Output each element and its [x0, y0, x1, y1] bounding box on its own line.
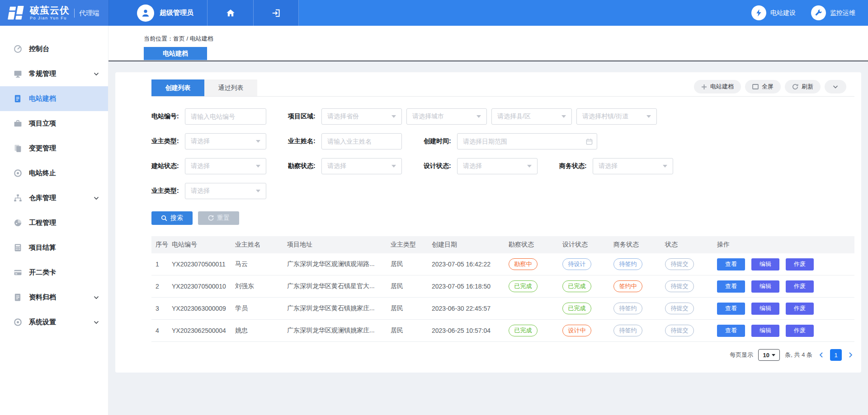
town-select[interactable]: 请选择村镇/街道	[576, 108, 657, 125]
date-range-input[interactable]	[457, 133, 597, 149]
caret-down-icon	[392, 165, 396, 168]
page-1-button[interactable]: 1	[830, 349, 842, 361]
city-select[interactable]: 请选择城市	[406, 108, 487, 125]
sidebar-item-warehouse-mgmt[interactable]: 仓库管理	[0, 186, 108, 210]
sidebar-item-type2-card[interactable]: 开二类卡	[0, 260, 108, 285]
quick-link-monitor-ops[interactable]: 监控运维	[811, 5, 855, 20]
edit-button[interactable]: 编辑	[751, 303, 779, 315]
logout-button[interactable]	[254, 0, 299, 26]
edit-button[interactable]: 编辑	[751, 325, 779, 337]
user-segment[interactable]: 超级管理员	[108, 0, 208, 26]
dashboard-icon	[14, 45, 22, 53]
sidebar: 控制台 常规管理 电站建档 项目立项 变更管理	[0, 26, 108, 415]
fullscreen-icon	[752, 84, 759, 89]
quick-link-label: 电站建设	[770, 9, 796, 17]
wrench-icon	[811, 5, 826, 20]
business-status-select[interactable]: 请选择	[593, 158, 673, 174]
design-status-badge: 设计中	[562, 325, 591, 336]
province-placeholder: 请选择省份	[327, 112, 359, 121]
view-button[interactable]: 查看	[717, 280, 745, 293]
tab-passed-list[interactable]: 通过列表	[204, 79, 257, 96]
design-status-select[interactable]: 请选择	[457, 158, 538, 174]
business-status-placeholder: 请选择	[599, 162, 618, 170]
tab-create-list[interactable]: 创建列表	[151, 79, 204, 96]
prev-page-button[interactable]	[817, 352, 825, 358]
owner-type2-select[interactable]: 请选择	[185, 183, 266, 199]
void-button[interactable]: 作废	[786, 325, 814, 337]
station-no-input[interactable]	[185, 108, 266, 125]
caret-down-icon	[476, 115, 481, 118]
sidebar-item-general-mgmt[interactable]: 常规管理	[0, 61, 108, 86]
cell-index: 3	[151, 305, 172, 312]
chevron-down-icon	[94, 296, 99, 299]
caret-down-icon	[527, 165, 532, 168]
survey-status-badge: 已完成	[509, 325, 538, 336]
cell-address: 广东深圳龙华区黄石镇星官大...	[287, 282, 391, 290]
cell-owner-type: 居民	[391, 304, 432, 312]
per-page-label: 每页显示	[730, 351, 753, 359]
view-button[interactable]: 查看	[717, 325, 745, 337]
sidebar-item-label: 变更管理	[29, 144, 99, 153]
sidebar-item-label: 常规管理	[29, 70, 94, 78]
build-status-select[interactable]: 请选择	[185, 158, 266, 174]
sidebar-item-data-archive[interactable]: 资料归档	[0, 285, 108, 310]
edit-button[interactable]: 编辑	[751, 258, 779, 270]
app-header: 破茧云伏 Po Jian Yun Fu 代理端 超级管理员	[0, 0, 868, 26]
design-status-placeholder: 请选择	[463, 162, 482, 170]
refresh-icon	[792, 84, 798, 90]
county-select[interactable]: 请选择县/区	[491, 108, 572, 125]
col-business: 商务状态	[613, 241, 665, 249]
search-button[interactable]: 搜索	[151, 211, 193, 225]
caret-down-icon	[256, 190, 260, 192]
cell-created: 2023-06-30 22:45:57	[432, 305, 509, 312]
status-badge: 待提交	[665, 258, 694, 270]
sidebar-item-engineering-mgmt[interactable]: 工程管理	[0, 210, 108, 235]
cell-owner: 马云	[235, 260, 287, 268]
sidebar-item-project-settlement[interactable]: 项目结算	[0, 235, 108, 260]
create-station-button[interactable]: 电站建档	[694, 80, 741, 93]
void-button[interactable]: 作废	[786, 258, 814, 270]
sidebar-item-change-mgmt[interactable]: 变更管理	[0, 136, 108, 161]
owner-type-select[interactable]: 请选择	[185, 133, 266, 149]
brand-subtitle: Po Jian Yun Fu	[30, 16, 70, 20]
sitemap-icon	[14, 194, 22, 202]
void-button[interactable]: 作废	[786, 280, 814, 293]
settings-icon	[14, 318, 22, 326]
home-button[interactable]	[208, 0, 254, 26]
sidebar-item-console[interactable]: 控制台	[0, 37, 108, 61]
user-name: 超级管理员	[160, 9, 193, 17]
page-tab-station-archive[interactable]: 电站建档	[144, 47, 207, 60]
gauge-icon	[14, 219, 22, 227]
void-button[interactable]: 作废	[786, 303, 814, 315]
sidebar-item-station-archive[interactable]: 电站建档	[0, 86, 108, 111]
col-address: 项目地址	[287, 241, 391, 249]
chevron-down-icon	[94, 196, 99, 200]
cell-created: 2023-07-05 16:42:22	[432, 261, 509, 268]
quick-link-station-build[interactable]: 电站建设	[751, 5, 796, 20]
cell-owner-type: 居民	[391, 326, 432, 335]
document-icon	[14, 94, 22, 103]
reset-button[interactable]: 重置	[198, 211, 239, 225]
sidebar-item-project-initiation[interactable]: 项目立项	[0, 111, 108, 136]
view-button[interactable]: 查看	[717, 303, 745, 315]
design-status-badge: 已完成	[562, 280, 591, 292]
survey-status-placeholder: 请选择	[327, 162, 346, 170]
fullscreen-label: 全屏	[762, 83, 774, 91]
collapse-toolbar-button[interactable]	[825, 80, 846, 93]
copy-icon	[14, 144, 22, 153]
view-button[interactable]: 查看	[717, 258, 745, 270]
breadcrumb: 当前位置：首页 / 电站建档	[144, 35, 868, 43]
owner-name-input[interactable]	[321, 133, 402, 149]
next-page-button[interactable]	[847, 352, 854, 358]
edit-button[interactable]: 编辑	[751, 280, 779, 293]
refresh-button[interactable]: 刷新	[785, 80, 821, 93]
per-page-select[interactable]: 10	[758, 349, 780, 361]
sidebar-item-station-termination[interactable]: 电站终止	[0, 161, 108, 186]
owner-type-label: 业主类型:	[151, 137, 181, 145]
table-row: 3 YX2023063000009 学员 广东深圳龙华区黄石镇姚家庄... 居民…	[151, 298, 854, 320]
province-select[interactable]: 请选择省份	[321, 108, 402, 125]
survey-status-select[interactable]: 请选择	[321, 158, 402, 174]
sidebar-item-system-settings[interactable]: 系统设置	[0, 310, 108, 335]
sidebar-item-label: 工程管理	[29, 219, 99, 227]
fullscreen-button[interactable]: 全屏	[745, 80, 781, 93]
